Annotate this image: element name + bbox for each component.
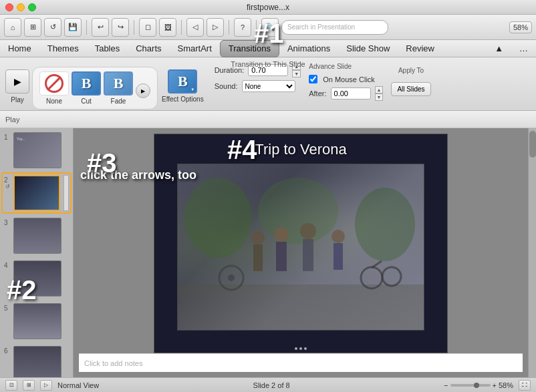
after-down[interactable]: ▼ xyxy=(375,93,384,101)
zoom-percent[interactable]: 58% xyxy=(509,21,532,33)
photo-svg xyxy=(178,164,424,331)
resize-handle[interactable] xyxy=(295,347,307,350)
slide-item-5[interactable]: 5 xyxy=(3,302,70,341)
menu-home[interactable]: Home xyxy=(0,40,39,57)
presenter-icon[interactable]: ▷ xyxy=(40,380,52,391)
menu-more[interactable]: … xyxy=(511,40,536,57)
svg-point-2 xyxy=(258,178,338,244)
on-mouse-click-label: On Mouse Click xyxy=(323,75,375,83)
slide-thumb-6[interactable] xyxy=(13,346,61,377)
transition-cut-button[interactable]: B Cut xyxy=(72,71,101,105)
transition-fade-button[interactable]: B Fade xyxy=(104,71,133,105)
slide-item-2[interactable]: 2 ↺ xyxy=(3,174,70,212)
svg-point-10 xyxy=(331,230,345,243)
help-button[interactable]: ? xyxy=(234,18,251,37)
svg-point-15 xyxy=(382,267,401,286)
notes-area[interactable]: Click to add notes xyxy=(79,353,523,372)
save-button[interactable]: 💾 xyxy=(64,18,82,37)
normal-view-icon[interactable]: ⊡ xyxy=(5,380,17,391)
window-title: firstpowe...x xyxy=(247,3,289,12)
zoom-minus[interactable]: − xyxy=(444,381,448,389)
slide-thumb-3[interactable] xyxy=(13,218,61,254)
effect-options-button[interactable]: B Effect Options xyxy=(162,69,204,103)
all-slides-button[interactable]: All Slides xyxy=(391,82,430,96)
preview-play-button[interactable]: ▶ xyxy=(5,69,29,93)
resize-dot-2 xyxy=(299,347,302,350)
slide-canvas[interactable]: Trip to Verona xyxy=(154,134,448,353)
grid-icon[interactable]: ⊞ xyxy=(24,18,41,37)
traffic-lights xyxy=(5,3,36,11)
slide-item-3[interactable]: 3 xyxy=(3,216,70,255)
statusbar-right: − + 58% ⛶ xyxy=(444,380,531,391)
cut-label: Cut xyxy=(81,97,92,105)
on-mouse-click-checkbox[interactable] xyxy=(309,75,317,83)
menu-review[interactable]: Review xyxy=(398,40,442,57)
stepper-down[interactable]: ▼ xyxy=(292,70,301,77)
svg-point-8 xyxy=(300,223,316,239)
close-button[interactable] xyxy=(5,3,13,11)
slide-item-6[interactable]: 6 xyxy=(3,345,70,377)
canvas-area: Trip to Verona xyxy=(74,128,528,377)
menu-animations[interactable]: Animations xyxy=(279,40,338,57)
slide-thumb-2[interactable] xyxy=(13,175,60,211)
arrow-left-button[interactable]: ◁ xyxy=(186,18,204,37)
undo-button[interactable]: ↩ xyxy=(92,18,109,37)
preview-label: Play xyxy=(5,116,19,124)
effect-options-label: Effect Options xyxy=(162,95,204,103)
slide-thumb-1[interactable]: Trip... xyxy=(13,132,61,168)
notes-placeholder: Click to add notes xyxy=(84,359,142,367)
fit-button[interactable]: ⛶ xyxy=(519,380,531,391)
slide-number-3: 3 xyxy=(4,218,11,226)
zoom-plus[interactable]: + xyxy=(493,381,497,389)
menu-smartart[interactable]: SmartArt xyxy=(170,40,220,57)
menu-expand[interactable]: ▲ xyxy=(487,40,511,57)
apply-to-header: Apply To xyxy=(398,67,424,74)
play-label: Play xyxy=(11,96,23,104)
after-input[interactable] xyxy=(331,87,371,100)
ribbon: Transition to This Slide ▶ Play None B C… xyxy=(0,57,536,111)
photo-button[interactable]: 🖼 xyxy=(159,18,176,37)
svg-rect-9 xyxy=(303,239,313,271)
svg-rect-5 xyxy=(253,244,263,271)
sep5 xyxy=(256,20,257,35)
redo-button[interactable]: ↪ xyxy=(112,18,129,37)
arrow-right-button[interactable]: ▷ xyxy=(207,18,224,37)
slide-thumb-5[interactable] xyxy=(13,303,61,339)
search-input[interactable]: Search in Presentation xyxy=(281,20,388,35)
zoom-button[interactable] xyxy=(28,3,36,11)
zoom-slider[interactable] xyxy=(450,384,491,387)
after-up[interactable]: ▲ xyxy=(375,86,384,93)
advance-slide-label: Advance Slide xyxy=(309,63,383,70)
sep3 xyxy=(181,20,182,35)
transitions-expand-button[interactable]: ▶ xyxy=(136,83,150,98)
home-icon[interactable]: ⌂ xyxy=(4,18,21,37)
statusbar: ⊡ ⊞ ▷ Normal View Slide 2 of 8 − + 58% ⛶ xyxy=(0,377,536,392)
after-label: After: xyxy=(309,89,326,97)
after-stepper[interactable]: ▲ ▼ xyxy=(375,86,384,101)
sound-label: Sound: xyxy=(215,82,238,90)
transition-none-button[interactable]: None xyxy=(39,71,69,105)
scroll-thumb[interactable] xyxy=(529,131,536,158)
right-scroll-panel[interactable] xyxy=(528,128,536,377)
slide-thumb-4[interactable] xyxy=(13,260,61,297)
menu-tables[interactable]: Tables xyxy=(87,40,128,57)
menu-transitions[interactable]: Transitions xyxy=(220,40,279,57)
sound-select[interactable]: None xyxy=(242,80,295,92)
minimize-button[interactable] xyxy=(17,3,25,11)
shape-button[interactable]: ◻ xyxy=(139,18,156,37)
sep2 xyxy=(134,20,134,35)
refresh-icon[interactable]: ↺ xyxy=(44,18,61,37)
sep1 xyxy=(86,20,87,35)
effect-icon-b: B xyxy=(178,73,188,90)
menu-themes[interactable]: Themes xyxy=(39,40,87,57)
svg-point-6 xyxy=(274,227,289,242)
slide-sorter-icon[interactable]: ⊞ xyxy=(23,380,35,391)
menu-charts[interactable]: Charts xyxy=(128,40,169,57)
search-icon[interactable]: 🔍 xyxy=(261,18,279,37)
preview-bar: Play xyxy=(0,111,536,128)
svg-rect-11 xyxy=(333,243,343,270)
slide-item-4[interactable]: 4 xyxy=(3,259,70,298)
menubar: Home Themes Tables Charts SmartArt Trans… xyxy=(0,40,536,57)
slide-item-1[interactable]: 1 Trip... xyxy=(3,131,70,170)
menu-slideshow[interactable]: Slide Show xyxy=(338,40,398,57)
